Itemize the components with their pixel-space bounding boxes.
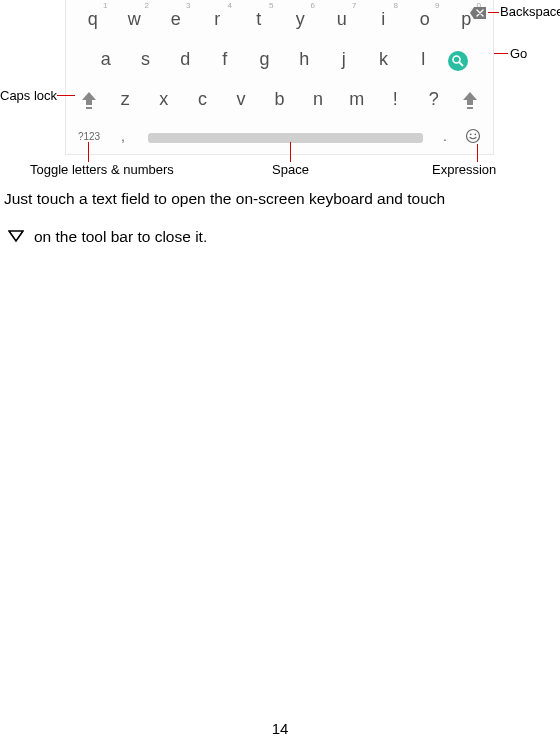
callout-line	[494, 53, 508, 54]
key-e[interactable]: 3e	[155, 2, 197, 37]
key-j[interactable]: j	[324, 42, 364, 77]
period-key[interactable]: .	[431, 128, 459, 144]
search-go-icon	[447, 50, 469, 72]
key-h[interactable]: h	[284, 42, 324, 77]
comma-key[interactable]: ,	[106, 128, 140, 144]
key-r[interactable]: 4r	[197, 2, 239, 37]
keyboard-row-3: z x c v b n m ! ?	[66, 82, 493, 117]
shift-key-right[interactable]	[453, 82, 487, 117]
emoji-key[interactable]	[459, 128, 487, 144]
key-d[interactable]: d	[165, 42, 205, 77]
smiley-icon	[465, 128, 481, 144]
key-g[interactable]: g	[245, 42, 285, 77]
key-u[interactable]: 7u	[321, 2, 363, 37]
shift-icon	[461, 90, 479, 112]
caps-lock-key[interactable]	[72, 82, 106, 117]
shift-icon	[80, 90, 98, 112]
down-triangle-icon	[8, 226, 24, 248]
svg-point-6	[470, 133, 472, 135]
svg-point-0	[448, 51, 468, 71]
key-l[interactable]: l	[403, 42, 443, 77]
svg-rect-3	[86, 107, 92, 109]
svg-point-5	[467, 130, 480, 143]
key-q[interactable]: 1q	[72, 2, 114, 37]
instruction-line-2: on the tool bar to close it.	[34, 226, 207, 248]
onscreen-keyboard: 1q 2w 3e 4r 5t 6y 7u 8i 9o 0p a s d f g …	[65, 0, 494, 155]
keyboard-row-2: a s d f g h j k l	[66, 42, 493, 77]
key-t[interactable]: 5t	[238, 2, 280, 37]
callout-line	[477, 144, 478, 162]
instruction-line-1: Just touch a text field to open the on-s…	[4, 188, 556, 210]
space-key[interactable]	[148, 133, 423, 143]
callout-backspace: Backspace	[500, 4, 560, 19]
instruction-paragraph: Just touch a text field to open the on-s…	[0, 188, 560, 247]
page-number: 14	[0, 720, 560, 737]
callout-expression: Expression	[432, 162, 496, 177]
callout-line	[57, 95, 75, 96]
key-exclaim[interactable]: !	[376, 82, 415, 117]
backspace-key[interactable]	[469, 6, 487, 24]
callout-space: Space	[272, 162, 309, 177]
key-question[interactable]: ?	[415, 82, 454, 117]
key-o[interactable]: 9o	[404, 2, 446, 37]
callout-toggle: Toggle letters & numbers	[30, 162, 174, 177]
keyboard-row-1: 1q 2w 3e 4r 5t 6y 7u 8i 9o 0p	[66, 2, 493, 37]
callout-line	[88, 142, 89, 162]
key-b[interactable]: b	[260, 82, 299, 117]
key-n[interactable]: n	[299, 82, 338, 117]
callout-capslock: Caps lock	[0, 88, 57, 103]
toggle-letters-numbers-key[interactable]: ?123	[72, 131, 106, 142]
key-k[interactable]: k	[364, 42, 404, 77]
key-i[interactable]: 8i	[363, 2, 405, 37]
key-w[interactable]: 2w	[114, 2, 156, 37]
key-s[interactable]: s	[126, 42, 166, 77]
key-v[interactable]: v	[222, 82, 261, 117]
callout-line	[290, 142, 291, 162]
svg-point-7	[474, 133, 476, 135]
key-z[interactable]: z	[106, 82, 145, 117]
key-x[interactable]: x	[145, 82, 184, 117]
key-y[interactable]: 6y	[280, 2, 322, 37]
keyboard-row-4: ?123 , .	[66, 122, 493, 150]
callout-line	[488, 12, 499, 13]
svg-rect-4	[467, 107, 473, 109]
key-a[interactable]: a	[86, 42, 126, 77]
key-f[interactable]: f	[205, 42, 245, 77]
key-m[interactable]: m	[337, 82, 376, 117]
go-key[interactable]	[443, 42, 473, 77]
callout-go: Go	[510, 46, 527, 61]
backspace-icon	[469, 6, 487, 20]
key-c[interactable]: c	[183, 82, 222, 117]
